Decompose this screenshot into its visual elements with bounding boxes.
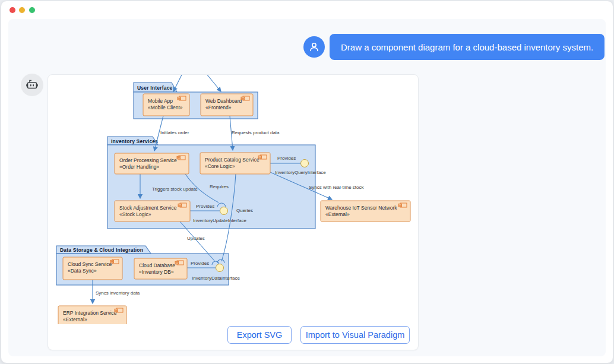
chat-panel: Draw a component diagram for a cloud-bas… xyxy=(8,19,606,356)
component-icon xyxy=(398,203,407,207)
component-order-processing: Order Processing Service «Order Handling… xyxy=(115,153,189,174)
component-stereotype: «External» xyxy=(63,316,87,322)
edge-label: Provides xyxy=(191,261,209,266)
component-stereotype: «External» xyxy=(325,211,350,217)
component-cloud-database: Cloud Database «Inventory DB» xyxy=(134,258,187,279)
edge-label: Requests product data xyxy=(232,130,280,135)
component-icon xyxy=(115,308,123,312)
component-stereotype: «Data Sync» xyxy=(68,268,97,274)
component-icon xyxy=(110,259,119,264)
titlebar xyxy=(1,1,613,19)
component-name: Cloud Database xyxy=(139,262,175,268)
edge-into-web-dashboard xyxy=(207,75,221,91)
export-svg-button[interactable]: Export SVG xyxy=(227,326,292,344)
component-icon xyxy=(175,261,183,265)
user-avatar xyxy=(303,36,325,58)
interface-label: InventoryQueryInterface xyxy=(275,170,326,175)
component-stereotype: «Inventory DB» xyxy=(139,269,174,275)
edge-label: Syncs inventory data xyxy=(96,290,140,296)
component-icon xyxy=(178,96,186,100)
component-name: Cloud Sync Service xyxy=(68,261,112,267)
component-name: Warehouse IoT Sensor Network xyxy=(325,205,397,211)
component-stock-adjustment: Stock Adjustment Service «Stock Logic» xyxy=(115,201,190,221)
edge-label: Requires xyxy=(210,184,229,189)
minimize-window-button[interactable] xyxy=(19,7,25,13)
app-window: Draw a component diagram for a cloud-bas… xyxy=(1,1,613,363)
component-erp-integration: ERP Integration Service «External» xyxy=(58,306,126,324)
diagram-card: User Interface Inventory Services Data S… xyxy=(48,74,419,350)
component-diagram-svg: User Interface Inventory Services Data S… xyxy=(48,75,419,324)
component-name: Stock Adjustment Service xyxy=(119,205,177,211)
component-stereotype: «Frontend» xyxy=(205,105,232,110)
component-stereotype: «Order Handling» xyxy=(119,164,159,170)
edge-into-mobile-app xyxy=(173,75,182,91)
user-message-bubble: Draw a component diagram for a cloud-bas… xyxy=(330,34,604,60)
component-stereotype: «Mobile Client» xyxy=(148,105,183,110)
edge-label: Provides xyxy=(277,156,296,161)
maximize-window-button[interactable] xyxy=(29,7,35,13)
robot-icon xyxy=(25,78,39,92)
edge-label: Triggers stock update xyxy=(152,186,198,192)
edge-label: Queries xyxy=(236,208,253,213)
component-warehouse-iot: Warehouse IoT Sensor Network «External» xyxy=(321,201,410,221)
component-icon xyxy=(258,155,267,159)
component-product-catalog: Product Catalog Service «Core Logic» xyxy=(200,153,270,174)
component-icon xyxy=(178,203,186,207)
component-web-dashboard: Web Dashboard «Frontend» xyxy=(201,94,253,116)
interface-label: InventoryDataInterface xyxy=(192,276,240,281)
interface-ball-update xyxy=(220,207,228,215)
component-name: Mobile App xyxy=(148,98,173,104)
component-name: ERP Integration Service xyxy=(63,310,117,316)
component-mobile-app: Mobile App «Mobile Client» xyxy=(143,94,189,116)
interface-label: InventoryUpdateInterface xyxy=(193,218,246,223)
edge-label: Provides xyxy=(196,204,214,209)
component-name: Product Catalog Service xyxy=(205,157,259,163)
interface-ball-query xyxy=(301,160,309,167)
component-icon xyxy=(241,96,249,100)
bot-avatar xyxy=(21,74,43,96)
edge-label: Updates xyxy=(187,236,205,241)
component-name: Web Dashboard xyxy=(205,98,242,104)
package-title: Data Storage & Cloud Integration xyxy=(60,247,143,253)
component-stereotype: «Stock Logic» xyxy=(119,211,151,217)
package-title: Inventory Services xyxy=(111,138,158,144)
import-visual-paradigm-button[interactable]: Import to Visual Paradigm xyxy=(300,326,410,344)
component-name: Order Processing Service xyxy=(119,157,177,163)
user-message-text: Draw a component diagram for a cloud-bas… xyxy=(341,42,593,52)
component-stereotype: «Core Logic» xyxy=(205,163,235,169)
close-window-button[interactable] xyxy=(10,7,15,13)
edge-label: Syncs with real-time stock xyxy=(309,185,364,190)
edge-label: Initiates order xyxy=(160,130,189,135)
component-cloud-sync: Cloud Sync Service «Data Sync» xyxy=(63,257,122,280)
package-title: User Interface xyxy=(137,85,173,91)
person-icon xyxy=(308,40,321,53)
component-icon xyxy=(177,156,185,160)
interface-ball-data xyxy=(216,264,224,272)
